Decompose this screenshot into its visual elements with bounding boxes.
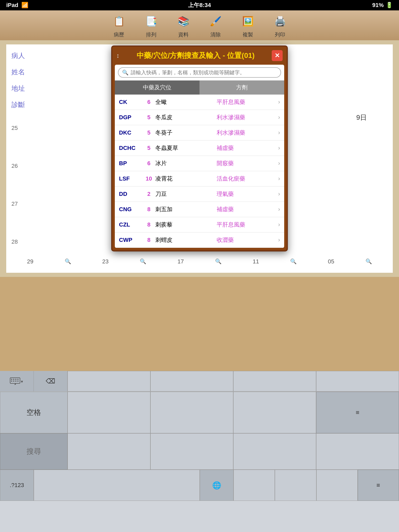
print-icon: 🖨️ bbox=[272, 13, 288, 30]
toolbar-label-data: 資料 bbox=[178, 31, 189, 38]
herb-strokes: 8 bbox=[142, 237, 155, 243]
herb-strokes: 5 bbox=[142, 145, 155, 151]
herb-row[interactable]: LSF 10 凌霄花 活血化瘀藥 › bbox=[115, 171, 284, 187]
copy-icon: 🖼️ bbox=[240, 13, 256, 30]
backspace-button[interactable]: ⌫ bbox=[34, 371, 68, 391]
herb-name: 凌霄花 bbox=[155, 175, 217, 183]
search-row: 搜尋 bbox=[0, 433, 399, 470]
herb-category: 理氣藥 bbox=[217, 190, 278, 198]
herb-row[interactable]: DCHC 5 冬蟲夏草 補虛藥 › bbox=[115, 141, 284, 156]
key-r3[interactable] bbox=[233, 433, 316, 470]
herb-name: 刺五加 bbox=[155, 205, 217, 213]
keyboard-top-row: ▼ ⌫ bbox=[0, 371, 399, 392]
herb-code: DKC bbox=[119, 129, 142, 136]
toolbar-item-copy[interactable]: 🖼️ 複製 bbox=[240, 13, 256, 38]
key-s4[interactable]: ≡ bbox=[316, 392, 399, 433]
status-time: 上午8:34 bbox=[188, 1, 211, 9]
modal-close-button[interactable]: ✕ bbox=[272, 50, 283, 61]
toolbar-label-copy: 複製 bbox=[243, 31, 253, 38]
key-r4[interactable] bbox=[316, 433, 399, 470]
globe-button[interactable]: 🌐 bbox=[200, 470, 234, 501]
key-empty-3[interactable] bbox=[233, 371, 316, 391]
herb-row[interactable]: DKC 5 冬葵子 利水滲濕藥 › bbox=[115, 125, 284, 141]
tab-herbs[interactable]: 中藥及穴位 bbox=[115, 81, 200, 95]
toolbar-item-data[interactable]: 📚 資料 bbox=[175, 13, 192, 38]
key-b3[interactable] bbox=[316, 470, 358, 501]
herb-row[interactable]: DGP 5 冬瓜皮 利水滲濕藥 › bbox=[115, 110, 284, 125]
herb-strokes: 5 bbox=[142, 129, 155, 136]
modal-body: 🔍 中藥及穴位 方劑 CK 6 全蠍 平肝息風藥 › DGP 5 冬瓜皮 利水滲 bbox=[115, 65, 284, 248]
main-content: 病人 姓名 地址 診斷 9日 25 26 27 28 29 🔍 23 🔍 17 … bbox=[0, 40, 399, 277]
herb-row[interactable]: CZL 8 刺蒺藜 平肝息風藥 › bbox=[115, 217, 284, 232]
tab-formula[interactable]: 方劑 bbox=[200, 81, 284, 95]
herb-arrow-icon: › bbox=[278, 160, 280, 167]
herb-strokes: 6 bbox=[142, 160, 155, 167]
herb-arrow-icon: › bbox=[278, 221, 280, 228]
toolbar-label-queue: 排列 bbox=[146, 31, 156, 38]
herb-arrow-icon: › bbox=[278, 191, 280, 197]
herb-code: DGP bbox=[119, 114, 142, 121]
key-r2[interactable] bbox=[150, 433, 233, 470]
herb-code: CZL bbox=[119, 221, 142, 228]
key-empty-4[interactable] bbox=[316, 371, 399, 391]
modal-header: ↕ 中藥/穴位/方劑搜查及輸入 - 位置(01) ✕ bbox=[112, 46, 287, 65]
search-input[interactable] bbox=[131, 70, 277, 76]
data-icon: 📚 bbox=[175, 13, 192, 30]
toolbar-label-medical-history: 病歷 bbox=[114, 31, 124, 38]
bottom-space-key[interactable] bbox=[34, 470, 200, 501]
svg-rect-1 bbox=[11, 379, 12, 380]
space-button[interactable]: 空格 bbox=[0, 392, 68, 433]
herb-category: 開竅藥 bbox=[217, 159, 278, 167]
search-input-wrap: 🔍 bbox=[118, 67, 281, 78]
status-left: iPad 📶 bbox=[6, 2, 28, 9]
toolbar-item-print[interactable]: 🖨️ 列印 bbox=[272, 13, 288, 38]
key-s3[interactable] bbox=[233, 392, 316, 433]
key-r1[interactable] bbox=[68, 433, 150, 470]
herb-code: CWP bbox=[119, 237, 142, 243]
herb-code: DCHC bbox=[119, 145, 142, 151]
drag-icon[interactable]: ↕ bbox=[116, 52, 119, 59]
herb-arrow-icon: › bbox=[278, 114, 280, 121]
herb-strokes: 2 bbox=[142, 191, 155, 197]
herb-arrow-icon: › bbox=[278, 99, 280, 105]
key-b1[interactable] bbox=[234, 470, 275, 501]
key-b4[interactable]: ≡ bbox=[358, 470, 399, 501]
herb-name: 刺蒺藜 bbox=[155, 221, 217, 229]
herb-row[interactable]: CWP 8 刺蝟皮 收澀藥 › bbox=[115, 232, 284, 248]
key-empty-2[interactable] bbox=[150, 371, 233, 391]
medical-history-icon: 📋 bbox=[111, 13, 127, 30]
herb-code: DD bbox=[119, 191, 142, 197]
toolbar-item-clear[interactable]: 🖌️ 清除 bbox=[207, 13, 224, 38]
herb-name: 冬蟲夏草 bbox=[155, 144, 217, 152]
herb-row[interactable]: DD 2 刀豆 理氣藥 › bbox=[115, 187, 284, 202]
bottom-right-keys: ≡ bbox=[234, 470, 399, 501]
modal-tabs: 中藥及穴位 方劑 bbox=[115, 81, 284, 95]
keyboard-icon-btn[interactable]: ▼ bbox=[0, 371, 34, 391]
svg-rect-8 bbox=[17, 381, 18, 382]
key-s1[interactable] bbox=[68, 392, 150, 433]
key-empty-1[interactable] bbox=[68, 371, 150, 391]
herb-category: 利水滲濕藥 bbox=[217, 129, 278, 137]
svg-rect-3 bbox=[15, 379, 16, 380]
toolbar-item-medical-history[interactable]: 📋 病歷 bbox=[111, 13, 127, 38]
space-right-keys: ≡ bbox=[68, 392, 399, 433]
status-bar: iPad 📶 上午8:34 91% 🔋 bbox=[0, 0, 399, 10]
herb-code: CK bbox=[119, 99, 142, 105]
key-s2[interactable] bbox=[150, 392, 233, 433]
herb-category: 利水滲濕藥 bbox=[217, 114, 278, 121]
svg-rect-5 bbox=[11, 381, 12, 382]
num-sym-button[interactable]: .?123 bbox=[0, 470, 34, 501]
toolbar-item-queue[interactable]: 📑 排列 bbox=[143, 13, 159, 38]
herb-row[interactable]: CNG 8 刺五加 補虛藥 › bbox=[115, 202, 284, 217]
search-button[interactable]: 搜尋 bbox=[0, 433, 68, 470]
herb-strokes: 6 bbox=[142, 99, 155, 105]
herb-row[interactable]: BP 6 冰片 開竅藥 › bbox=[115, 156, 284, 171]
herb-category: 活血化瘀藥 bbox=[217, 175, 278, 183]
herb-row[interactable]: CK 6 全蠍 平肝息風藥 › bbox=[115, 95, 284, 110]
wifi-icon: 📶 bbox=[21, 2, 28, 9]
herb-code: BP bbox=[119, 160, 142, 167]
herb-strokes: 5 bbox=[142, 114, 155, 121]
key-b2[interactable] bbox=[275, 470, 316, 501]
herb-arrow-icon: › bbox=[278, 145, 280, 151]
herb-arrow-icon: › bbox=[278, 175, 280, 182]
